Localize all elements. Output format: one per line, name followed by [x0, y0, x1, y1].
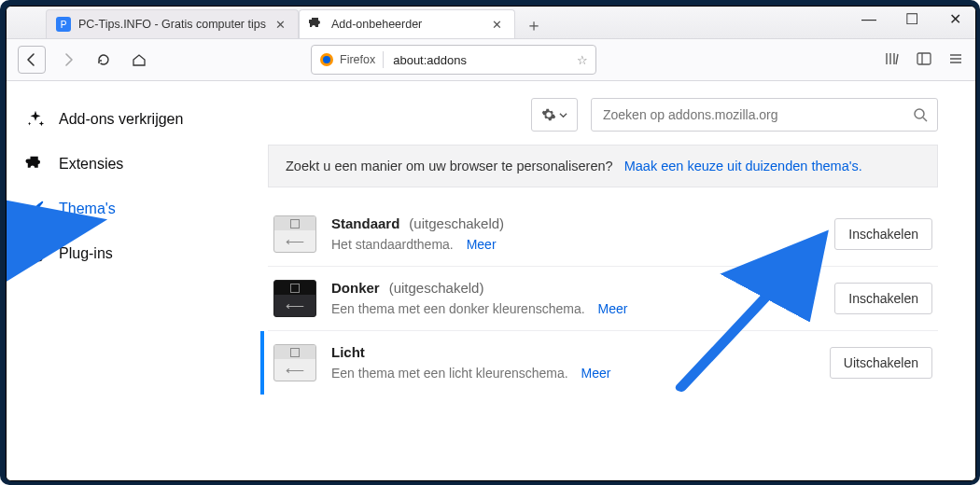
sidebar-item-extensions[interactable]: Extensies — [25, 154, 249, 174]
chevron-down-icon — [559, 111, 567, 119]
svg-rect-4 — [917, 53, 931, 64]
theme-thumbnail: ⟵ — [273, 344, 316, 381]
svg-point-3 — [323, 56, 330, 63]
sidebar-toggle-icon[interactable] — [916, 50, 932, 70]
brush-icon — [25, 199, 46, 219]
personalize-banner: Zoekt u een manier om uw browser te pers… — [268, 145, 938, 187]
tab-pctips[interactable]: P PC-Tips.INFO - Gratis computer tips ✕ — [46, 9, 299, 38]
close-tab-icon[interactable]: ✕ — [490, 17, 505, 32]
site-identity[interactable]: Firefox — [319, 52, 375, 67]
sidebar-label: Plug-ins — [59, 245, 113, 262]
gear-icon — [541, 107, 556, 122]
theme-disable-button[interactable]: Uitschakelen — [830, 347, 932, 379]
theme-status: (uitgeschakeld) — [389, 280, 484, 296]
svg-point-6 — [915, 109, 924, 118]
app-menu-icon[interactable] — [947, 50, 964, 70]
banner-link[interactable]: Maak een keuze uit duizenden thema's. — [624, 159, 862, 173]
sidebar-item-get-addons[interactable]: Add-ons verkrijgen — [25, 109, 249, 130]
theme-donker: ⟵ Donker (uitgeschakeld) Een thema met e… — [268, 267, 938, 331]
theme-list: ⟵ Standaard (uitgeschakeld) Het standaar… — [268, 202, 938, 395]
tab-title: Add-onbeheerder — [331, 18, 483, 31]
addons-sidebar: Add-ons verkrijgen Extensies Thema's Plu… — [7, 81, 268, 480]
identity-label: Firefox — [340, 53, 375, 66]
sidebar-label: Add-ons verkrijgen — [59, 111, 183, 128]
reload-icon — [96, 52, 111, 67]
theme-name: Donker — [331, 280, 380, 296]
tab-title: PC-Tips.INFO - Gratis computer tips — [78, 18, 266, 31]
theme-standaard: ⟵ Standaard (uitgeschakeld) Het standaar… — [268, 202, 938, 267]
home-icon — [132, 52, 147, 67]
search-icon[interactable] — [913, 107, 928, 122]
url-input[interactable] — [391, 52, 569, 68]
sidebar-item-themes[interactable]: Thema's — [25, 199, 249, 219]
page-content: Add-ons verkrijgen Extensies Thema's Plu… — [7, 81, 975, 480]
plus-icon: ＋ — [525, 14, 542, 36]
close-tab-icon[interactable]: ✕ — [273, 17, 288, 32]
bookmark-star-icon[interactable]: ☆ — [577, 53, 588, 67]
arrow-right-icon — [61, 52, 76, 67]
theme-more-link[interactable]: Meer — [581, 366, 611, 381]
separator — [383, 51, 384, 68]
theme-licht: ⟵ Licht Een thema met een licht kleurens… — [260, 331, 938, 395]
new-tab-button[interactable]: ＋ — [521, 12, 547, 38]
reload-button[interactable] — [91, 47, 117, 73]
theme-enable-button[interactable]: Inschakelen — [834, 218, 932, 250]
home-button[interactable] — [126, 47, 152, 73]
close-window-button[interactable]: ✕ — [942, 10, 968, 28]
theme-name: Standaard — [331, 215, 399, 231]
theme-thumbnail: ⟵ — [273, 215, 316, 253]
minimize-button[interactable]: — — [856, 11, 882, 28]
plug-icon — [25, 243, 46, 264]
titlebar-drag-region[interactable] — [14, 7, 42, 38]
tools-menu-button[interactable] — [531, 98, 578, 132]
puzzle-icon — [25, 154, 46, 174]
svg-line-7 — [923, 118, 927, 121]
sidebar-label: Thema's — [59, 201, 116, 217]
addons-search[interactable] — [591, 98, 938, 132]
library-icon[interactable] — [884, 50, 901, 70]
theme-desc: Een thema met een donker kleurenschema. — [331, 301, 585, 316]
sidebar-item-plugins[interactable]: Plug-ins — [25, 243, 249, 264]
sidebar-label: Extensies — [59, 156, 123, 173]
firefox-icon — [319, 52, 334, 67]
banner-text: Zoekt u een manier om uw browser te pers… — [286, 159, 613, 173]
theme-thumbnail: ⟵ — [273, 280, 316, 317]
theme-status: (uitgeschakeld) — [409, 215, 504, 231]
url-bar[interactable]: Firefox ☆ — [311, 45, 596, 75]
theme-name: Licht — [331, 344, 365, 360]
back-button[interactable] — [18, 46, 46, 74]
arrow-left-icon — [24, 52, 39, 67]
sparkle-icon — [25, 109, 46, 130]
tab-addons[interactable]: Add-onbeheerder ✕ — [299, 9, 515, 38]
theme-more-link[interactable]: Meer — [598, 301, 628, 316]
addons-main: Zoekt u een manier om uw browser te pers… — [268, 81, 975, 480]
svg-text:P: P — [61, 20, 67, 30]
nav-toolbar: Firefox ☆ — [7, 39, 975, 81]
favicon-pctips-icon: P — [56, 17, 71, 32]
theme-desc: Een thema met een licht kleurenschema. — [331, 366, 568, 381]
theme-more-link[interactable]: Meer — [467, 237, 497, 252]
addons-search-input[interactable] — [601, 106, 905, 123]
theme-desc: Het standaardthema. — [331, 237, 454, 252]
forward-button[interactable] — [55, 47, 81, 73]
favicon-addon-icon — [309, 17, 324, 32]
theme-enable-button[interactable]: Inschakelen — [834, 283, 932, 314]
maximize-button[interactable]: ☐ — [899, 10, 925, 28]
tab-strip: P PC-Tips.INFO - Gratis computer tips ✕ … — [7, 7, 975, 39]
